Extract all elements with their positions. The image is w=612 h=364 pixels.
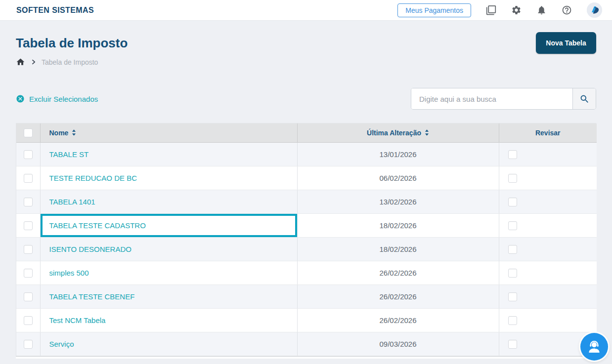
column-header-revisar: Revisar xyxy=(535,129,561,137)
search-group xyxy=(411,88,596,110)
home-icon[interactable] xyxy=(16,57,25,67)
tax-tables-table: Nome Última Alteração xyxy=(16,123,596,356)
row-checkbox[interactable] xyxy=(24,221,33,230)
last-change-date: 26/02/2026 xyxy=(297,308,499,332)
table-name-link[interactable]: Serviço xyxy=(49,340,74,348)
table-row: TESTE REDUCAO DE BC 06/02/2026 xyxy=(16,166,597,190)
table-name-link[interactable]: TABELA TESTE CADASTRO xyxy=(49,221,146,230)
table-body: TABALE ST 13/01/2026 TESTE REDUCAO DE BC… xyxy=(16,142,597,356)
table-name-link[interactable]: simples 500 xyxy=(49,269,89,277)
column-header-nome: Nome xyxy=(49,129,69,137)
last-change-date: 06/02/2026 xyxy=(297,166,499,190)
sort-by-last-change[interactable]: Última Alteração xyxy=(367,129,429,137)
table-row: TABELA 1401 13/02/2026 xyxy=(16,190,597,213)
search-input[interactable] xyxy=(411,88,572,109)
support-chat-button[interactable] xyxy=(580,333,608,361)
sort-by-name[interactable]: Nome xyxy=(49,129,77,137)
excluir-selecionados-label: Excluir Selecionados xyxy=(29,95,98,103)
revisar-checkbox[interactable] xyxy=(508,316,517,325)
last-change-date: 26/02/2026 xyxy=(297,284,499,308)
row-checkbox[interactable] xyxy=(24,198,33,206)
breadcrumb: Tabela de Imposto xyxy=(16,57,128,67)
revisar-checkbox[interactable] xyxy=(508,269,517,278)
table-row: Test NCM Tabela 26/02/2026 xyxy=(16,308,597,332)
table-name-link[interactable]: TABALE ST xyxy=(49,150,89,159)
row-checkbox[interactable] xyxy=(24,292,33,301)
revisar-checkbox[interactable] xyxy=(508,245,517,254)
page-title: Tabela de Imposto xyxy=(16,36,128,51)
nova-tabela-button[interactable]: Nova Tabela xyxy=(536,32,596,54)
last-change-date: 26/02/2026 xyxy=(297,261,499,284)
help-icon[interactable] xyxy=(562,5,572,15)
cancel-circle-icon xyxy=(16,94,25,103)
sort-icon xyxy=(72,129,76,136)
windows-stack-icon[interactable] xyxy=(486,5,496,15)
row-checkbox[interactable] xyxy=(24,316,33,325)
revisar-checkbox[interactable] xyxy=(508,174,517,183)
table-row: ISENTO DESONERADO 18/02/2026 xyxy=(16,237,597,261)
revisar-checkbox[interactable] xyxy=(508,221,517,230)
soften-logo-icon xyxy=(587,2,602,18)
excluir-selecionados-link[interactable]: Excluir Selecionados xyxy=(16,94,98,103)
row-checkbox[interactable] xyxy=(24,174,33,183)
user-avatar[interactable] xyxy=(587,2,602,18)
search-icon xyxy=(579,94,590,104)
notifications-bell-icon[interactable] xyxy=(536,5,547,15)
table-toolbar: Excluir Selecionados xyxy=(16,88,596,110)
table-header-row: Nome Última Alteração xyxy=(16,123,597,142)
search-button[interactable] xyxy=(572,88,596,109)
brand-logo[interactable]: SOFTEN SISTEMAS xyxy=(16,6,94,15)
chevron-right-icon xyxy=(30,59,37,65)
revisar-checkbox[interactable] xyxy=(508,340,517,349)
table-name-link[interactable]: TABELA TESTE CBENEF xyxy=(49,292,135,301)
table-name-link[interactable]: Test NCM Tabela xyxy=(49,316,106,324)
row-checkbox[interactable] xyxy=(24,150,33,159)
last-change-date: 18/02/2026 xyxy=(297,237,499,261)
column-header-ultima-alteracao: Última Alteração xyxy=(367,129,421,137)
last-change-date: 13/01/2026 xyxy=(297,142,499,166)
next-row-partial xyxy=(16,356,596,359)
page-head: Tabela de Imposto Tabela de Imposto Nova… xyxy=(16,21,596,67)
last-change-date: 13/02/2026 xyxy=(297,190,499,213)
support-agent-icon xyxy=(586,338,603,355)
table-row: simples 500 26/02/2026 xyxy=(16,261,597,284)
last-change-date: 09/03/2026 xyxy=(297,332,499,356)
table-name-link[interactable]: ISENTO DESONERADO xyxy=(49,245,131,253)
row-checkbox[interactable] xyxy=(24,245,33,254)
revisar-checkbox[interactable] xyxy=(508,198,517,206)
table-row: TABALE ST 13/01/2026 xyxy=(16,142,597,166)
top-bar-actions: Meus Pagamentos xyxy=(397,2,602,18)
row-checkbox[interactable] xyxy=(24,269,33,278)
breadcrumb-current: Tabela de Imposto xyxy=(42,58,98,66)
row-checkbox[interactable] xyxy=(24,340,33,349)
table-name-link[interactable]: TABELA 1401 xyxy=(49,198,95,206)
last-change-date: 18/02/2026 xyxy=(297,213,499,237)
table-row: Serviço 09/03/2026 xyxy=(16,332,597,356)
top-bar: SOFTEN SISTEMAS Meus Pagamentos xyxy=(0,0,612,21)
settings-gear-icon[interactable] xyxy=(511,5,522,15)
main-content: Tabela de Imposto Tabela de Imposto Nova… xyxy=(0,21,612,356)
revisar-checkbox[interactable] xyxy=(508,150,517,159)
table-row: TABELA TESTE CBENEF 26/02/2026 xyxy=(16,284,597,308)
sort-icon xyxy=(425,129,429,136)
table-name-link[interactable]: TESTE REDUCAO DE BC xyxy=(49,174,137,182)
revisar-checkbox[interactable] xyxy=(508,292,517,301)
table-row: TABELA TESTE CADASTRO 18/02/2026 xyxy=(16,213,597,237)
meus-pagamentos-button[interactable]: Meus Pagamentos xyxy=(397,3,471,17)
select-all-checkbox[interactable] xyxy=(24,128,33,137)
